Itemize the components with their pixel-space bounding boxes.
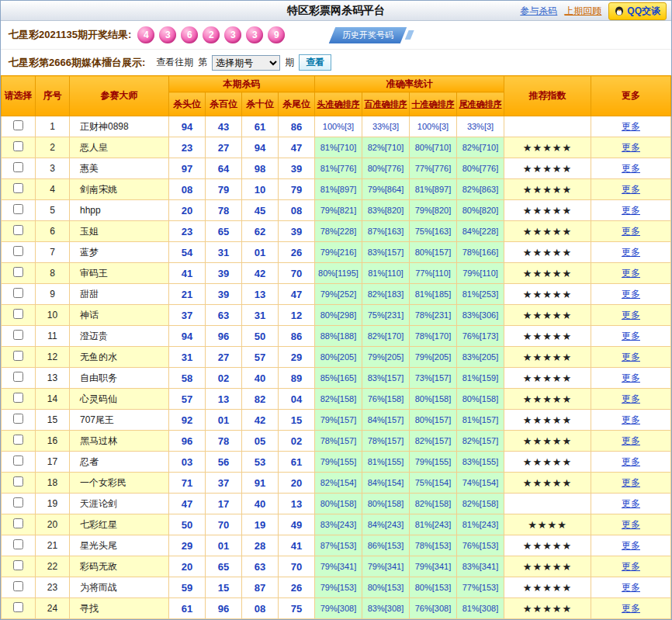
row-checkbox[interactable] (13, 602, 23, 612)
accuracy-tail-value: 76%[173] (457, 326, 504, 347)
accuracy-head-value: 79%[157] (315, 410, 362, 431)
more-link[interactable]: 更多 (622, 310, 640, 320)
accuracy-head-value: 79%[216] (315, 242, 362, 263)
kill-hundred-value: 65 (206, 556, 242, 577)
more-link[interactable]: 更多 (622, 582, 640, 593)
kill-ten-value: 42 (242, 263, 279, 284)
more-link[interactable]: 更多 (622, 372, 640, 383)
more-link[interactable]: 更多 (622, 121, 640, 132)
kill-ten-value: 42 (242, 410, 279, 431)
more-link[interactable]: 更多 (622, 163, 640, 174)
accuracy-hundred-value: 80%[158] (362, 494, 410, 514)
accuracy-hundred-value: 76%[158] (362, 389, 410, 410)
row-checkbox[interactable] (13, 539, 23, 549)
row-checkbox[interactable] (13, 455, 23, 466)
more-link[interactable]: 更多 (622, 268, 640, 279)
more-cell: 更多 (591, 158, 671, 179)
kill-tail-value: 12 (279, 305, 315, 326)
row-checkbox[interactable] (13, 309, 23, 319)
kill-ten-value: 53 (242, 452, 279, 473)
more-link[interactable]: 更多 (622, 205, 640, 216)
row-checkbox[interactable] (13, 120, 23, 130)
more-link[interactable]: 更多 (622, 142, 640, 153)
more-cell: 更多 (591, 431, 671, 452)
row-checkbox[interactable] (13, 518, 23, 528)
kill-head-value: 20 (169, 200, 206, 221)
issue-select[interactable]: 选择期号 (212, 55, 280, 71)
row-index: 19 (36, 494, 70, 514)
history-numbers-button[interactable]: 历史开奖号码 (329, 27, 407, 43)
row-checkbox[interactable] (13, 372, 23, 382)
row-checkbox[interactable] (13, 351, 23, 361)
more-link[interactable]: 更多 (622, 561, 640, 572)
sort-accuracy-ten[interactable]: 十准确排序 (410, 92, 457, 116)
join-kill-code-link[interactable]: 参与杀码 (520, 5, 557, 18)
row-checkbox[interactable] (13, 246, 23, 256)
accuracy-group-header: 准确率统计 (315, 76, 504, 92)
more-link[interactable]: 更多 (622, 247, 640, 258)
star-rating: ★★★★★ (504, 535, 591, 556)
row-select-cell (2, 305, 36, 326)
kill-tail-value: 26 (279, 577, 315, 598)
view-button[interactable]: 查看 (299, 54, 331, 71)
previous-issue-review-link[interactable]: 上期回顾 (564, 5, 601, 18)
accuracy-tail-value: 82%[157] (457, 431, 504, 452)
more-link[interactable]: 更多 (622, 519, 640, 530)
more-link[interactable]: 更多 (622, 603, 640, 614)
row-checkbox[interactable] (13, 497, 23, 507)
more-link[interactable]: 更多 (622, 331, 640, 341)
more-link[interactable]: 更多 (622, 184, 640, 195)
row-checkbox[interactable] (13, 435, 23, 445)
page: 特区彩票网杀码平台 参与杀码 上期回顾 QQ交谈 七星彩2021135期开奖结果… (0, 0, 672, 620)
more-link[interactable]: 更多 (622, 226, 640, 237)
row-checkbox[interactable] (13, 162, 23, 172)
more-link[interactable]: 更多 (622, 456, 640, 467)
kill-hundred-value: 96 (206, 326, 242, 347)
star-rating: ★★★★★ (504, 221, 591, 242)
more-link[interactable]: 更多 (622, 352, 640, 362)
row-index: 12 (36, 347, 70, 368)
more-link[interactable]: 更多 (622, 414, 640, 425)
kill-head-value: 31 (169, 347, 206, 368)
accuracy-hundred-value: 33%[3] (362, 116, 410, 137)
row-checkbox[interactable] (13, 393, 23, 403)
view-past-label[interactable]: 查看往期 (156, 56, 193, 69)
master-column-header: 参赛大师 (70, 76, 169, 116)
row-checkbox[interactable] (13, 414, 23, 424)
row-checkbox[interactable] (13, 288, 23, 298)
row-checkbox[interactable] (13, 267, 23, 277)
row-checkbox[interactable] (13, 330, 23, 340)
star-rating: ★★★★★ (504, 200, 591, 221)
more-link[interactable]: 更多 (622, 393, 640, 404)
row-select-cell (2, 431, 36, 452)
row-checkbox[interactable] (13, 560, 23, 570)
kill-ten-value: 57 (242, 347, 279, 368)
kill-ten-header: 杀十位 (242, 92, 279, 116)
accuracy-hundred-value: 83%[157] (362, 242, 410, 263)
kill-hundred-value: 01 (206, 410, 242, 431)
sort-accuracy-tail[interactable]: 尾准确排序 (457, 92, 504, 116)
more-link[interactable]: 更多 (622, 498, 640, 509)
row-checkbox[interactable] (13, 476, 23, 487)
accuracy-tail-value: 81%[253] (457, 284, 504, 305)
row-checkbox[interactable] (13, 581, 23, 591)
more-link[interactable]: 更多 (622, 435, 640, 446)
sort-accuracy-head[interactable]: 头准确排序 (315, 92, 362, 116)
more-link[interactable]: 更多 (622, 289, 640, 300)
more-link[interactable]: 更多 (622, 477, 640, 488)
row-checkbox[interactable] (13, 225, 23, 235)
more-link[interactable]: 更多 (622, 540, 640, 551)
row-checkbox[interactable] (13, 183, 23, 193)
kill-ten-value: 94 (242, 137, 279, 158)
accuracy-ten-value: 75%[154] (410, 473, 457, 494)
qq-chat-button[interactable]: QQ交谈 (608, 2, 667, 20)
kill-tail-value: 02 (279, 431, 315, 452)
more-cell: 更多 (591, 473, 671, 494)
row-checkbox[interactable] (13, 204, 23, 214)
row-index: 10 (36, 305, 70, 326)
row-checkbox[interactable] (13, 141, 23, 151)
sort-accuracy-hundred[interactable]: 百准确排序 (362, 92, 410, 116)
table-row: 23 为将而战 59 15 87 26 79%[153] 80%[153] 80… (2, 577, 671, 598)
lottery-ball: 6 (181, 26, 198, 43)
kill-hundred-value: 56 (206, 452, 242, 473)
